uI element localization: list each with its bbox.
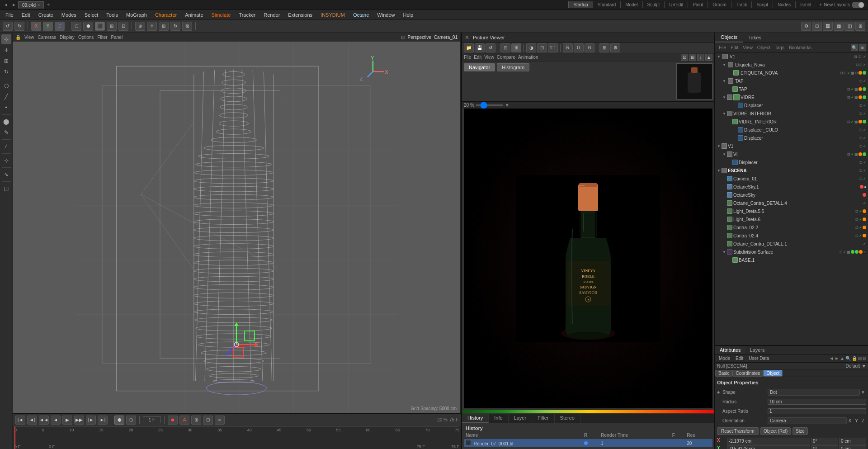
tree-item-tap-null[interactable]: ▼ TAP ⊡✓	[715, 77, 868, 85]
scale-tool-btn[interactable]: ⊞	[1, 56, 11, 66]
attr-coordinates-tab[interactable]: Coordinates	[732, 370, 763, 377]
viewport-lock-icon[interactable]: 🔒	[15, 35, 21, 40]
menu-create[interactable]: Create	[35, 11, 57, 19]
play-back-btn[interactable]: ◄	[51, 416, 61, 425]
pv-zoom-fit-btn[interactable]: ⊡	[537, 43, 547, 52]
mode-model-btn[interactable]: ⬡	[71, 22, 81, 31]
tab-add-btn[interactable]: +	[44, 1, 52, 9]
viewport-menu-btn[interactable]: View	[24, 35, 34, 40]
measure-btn[interactable]: ⊹	[1, 156, 11, 165]
mode-texture-btn[interactable]: ⬛	[95, 22, 105, 31]
pv-compare-btn[interactable]: ⊡	[500, 43, 510, 52]
menu-extensions[interactable]: Extensions	[284, 11, 316, 19]
history-tab[interactable]: History	[462, 414, 489, 423]
layout-startup[interactable]: Startup	[568, 1, 592, 8]
select-tool-btn[interactable]: ⊹	[1, 34, 11, 44]
x-size-input[interactable]	[839, 438, 866, 444]
viewport-panel-btn[interactable]: Panel	[111, 35, 123, 40]
rotate-tool-btn[interactable]: ↻	[1, 67, 11, 77]
viewport-cameras-btn[interactable]: Cameras	[38, 35, 57, 40]
menu-select[interactable]: Select	[81, 11, 102, 19]
tree-item-displacer2[interactable]: Displacer ⊡✓	[715, 134, 868, 142]
step-back-btn[interactable]: ◄◄	[39, 416, 49, 425]
info-tab[interactable]: Info	[489, 414, 508, 423]
layout-uvedit[interactable]: UVEdit	[664, 1, 688, 8]
aspect-input[interactable]	[768, 408, 866, 414]
radius-input[interactable]	[768, 399, 866, 405]
attr-object-tab[interactable]: Object	[763, 370, 783, 377]
zoom-slider[interactable]	[476, 104, 503, 106]
attr-expand-btn[interactable]: ⊞	[858, 356, 862, 361]
next-key-btn[interactable]: |►	[86, 416, 96, 425]
menu-tools[interactable]: Tools	[103, 11, 122, 19]
layout-track[interactable]: Track	[731, 1, 752, 8]
pv-channel-b-btn[interactable]: B	[585, 43, 594, 52]
attr-user-data-btn[interactable]: User Data	[747, 355, 771, 361]
layouts-add-btn[interactable]: +	[819, 2, 822, 7]
attr-edit-btn[interactable]: Edit	[734, 355, 745, 361]
op-file-btn[interactable]: File	[717, 44, 728, 51]
op-filter-btn[interactable]: ≡	[859, 44, 866, 51]
tree-item-v1b[interactable]: ▼ V1 ⊡✓	[715, 142, 868, 150]
menu-octane[interactable]: Octane	[349, 11, 373, 19]
attributes-tab[interactable]: Attributes	[715, 346, 745, 354]
zoom-expand-btn[interactable]: ▼	[505, 103, 509, 108]
pv-channel-g-btn[interactable]: G	[574, 43, 584, 52]
layout-model[interactable]: Model	[620, 1, 642, 8]
poly-select-btn[interactable]: ⬡	[1, 81, 11, 91]
attr-preset-dropdown[interactable]: ▼	[862, 364, 866, 369]
pv-icon-3[interactable]: ↓	[697, 54, 704, 61]
tree-item-camera-01[interactable]: Camera_01 ⊡✓	[715, 175, 868, 183]
menu-edit[interactable]: Edit	[18, 11, 34, 19]
layout-script[interactable]: Script	[751, 1, 773, 8]
mode-edge-btn[interactable]: ⊡	[118, 22, 128, 31]
go-end-btn[interactable]: ►|	[98, 416, 108, 425]
edge-select-btn[interactable]: ╱	[1, 92, 11, 102]
attr-lock-btn[interactable]: 🔒	[852, 356, 857, 361]
undo-btn[interactable]: ↺	[3, 22, 13, 31]
tree-item-vidre-null[interactable]: ▼ VIDRE ⊡✓▦	[715, 93, 868, 101]
tree-item-etiqueta-nova[interactable]: ▼ Etiqueta_Nova ⊡ ⊡ ✓	[715, 61, 868, 69]
render-options-btn[interactable]: ⊞	[855, 22, 865, 31]
filter-tab[interactable]: Filter	[532, 414, 554, 423]
current-frame-input[interactable]: 1 F	[143, 416, 161, 423]
takes-tab[interactable]: Takes	[743, 33, 767, 42]
pv-compare-menu[interactable]: Compare	[497, 55, 515, 60]
render-preview[interactable]: VINEYA ROBLE +CASEL SAUVIGN SAUVIOR ✦	[464, 109, 712, 408]
pv-histogram-tab[interactable]: Histogram	[497, 63, 529, 71]
pv-overlay-btn[interactable]: ⊞	[511, 43, 521, 52]
app-tab[interactable]: 09.c4d ×	[18, 1, 44, 9]
mode-sculpt-btn[interactable]: ⬢	[83, 22, 93, 31]
menu-insydium[interactable]: INSYDIUM	[317, 11, 349, 19]
shape-dropdown-btn[interactable]: ▼	[860, 390, 866, 395]
tree-item-contra24[interactable]: Contra_02.4 ⊡✓	[715, 232, 868, 240]
tree-item-displacer3[interactable]: Displacer ⊡✓	[715, 158, 868, 166]
tree-item-contra4[interactable]: Octane_Contra_DETALL.4 ✓	[715, 199, 868, 207]
layers-tab[interactable]: Layers	[745, 346, 769, 354]
motion-clip-btn[interactable]: ⊞	[191, 416, 201, 425]
shape-value[interactable]: Dot	[768, 389, 860, 396]
pv-file-menu[interactable]: File	[464, 55, 471, 60]
viewport-options-btn[interactable]: Options	[78, 35, 94, 40]
tree-item-octanesky[interactable]: OctaneSky	[715, 191, 868, 199]
tree-item-subdivision[interactable]: ▼ Subdivision Surface ⊡✓▦■	[715, 248, 868, 256]
op-object-btn[interactable]: Object	[755, 44, 772, 51]
layout-groom[interactable]: Groom	[708, 1, 731, 8]
layout-isrnel[interactable]: Isrnel	[795, 1, 816, 8]
tree-item-base1[interactable]: BASE.1	[715, 256, 868, 264]
y-angle-input[interactable]	[811, 445, 838, 449]
snap-btn[interactable]: ⊕	[135, 22, 145, 31]
viewport-3d[interactable]: 🔒 View Cameras Display Options Filter Pa…	[13, 33, 461, 413]
layout-nodes[interactable]: Nodes	[773, 1, 795, 8]
size-dropdown[interactable]: Size	[793, 427, 807, 435]
knife-btn[interactable]: ∕	[1, 142, 11, 151]
toggle-switch[interactable]	[852, 2, 864, 8]
menu-character[interactable]: Character	[151, 11, 180, 19]
layout-sculpt[interactable]: Sculpt	[642, 1, 665, 8]
reset-transform-btn[interactable]: Reset Transform	[717, 427, 759, 435]
move-btn[interactable]: ✛	[147, 22, 157, 31]
pv-edit-menu[interactable]: Edit	[474, 55, 481, 60]
pv-save-btn[interactable]: 💾	[475, 43, 485, 52]
timeline-options-btn[interactable]: ⊡	[203, 416, 213, 425]
menu-animate[interactable]: Animate	[181, 11, 207, 19]
